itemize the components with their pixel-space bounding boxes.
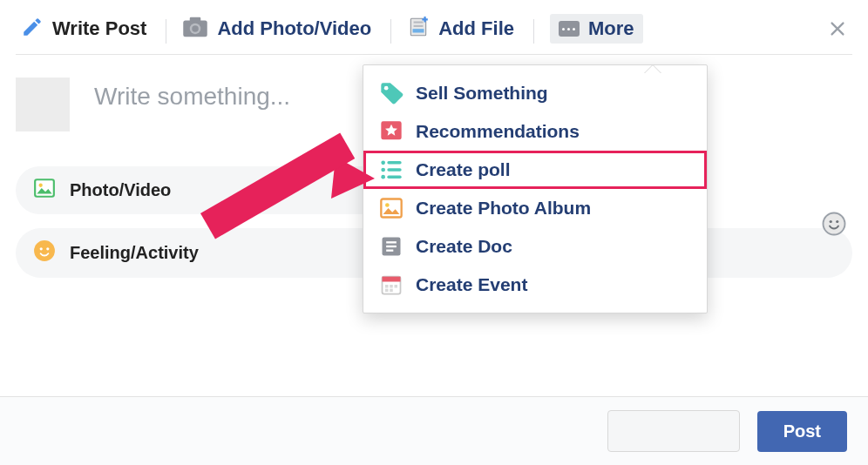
post-button[interactable]: Post <box>757 411 847 452</box>
svg-rect-11 <box>35 179 54 197</box>
svg-rect-6 <box>414 22 424 24</box>
svg-rect-33 <box>385 285 389 288</box>
tab-label: Write Post <box>52 17 146 40</box>
composer-footer: Post <box>0 396 868 465</box>
menu-label: Create Doc <box>416 236 512 257</box>
svg-rect-25 <box>381 199 401 218</box>
menu-item-recommendations[interactable]: Recommendations <box>363 112 707 151</box>
file-add-icon <box>407 16 430 42</box>
chip-label: Feeling/Activity <box>70 243 199 263</box>
svg-point-15 <box>46 247 49 250</box>
svg-rect-7 <box>414 25 424 27</box>
svg-rect-35 <box>395 285 398 288</box>
menu-item-create-event[interactable]: Create Event <box>363 266 707 304</box>
close-button[interactable] <box>828 19 847 42</box>
svg-point-21 <box>381 168 385 172</box>
tab-label: More <box>588 17 634 40</box>
chip-label: Photo/Video <box>70 180 171 200</box>
star-badge-icon <box>379 119 403 144</box>
menu-label: Create Event <box>416 274 527 295</box>
menu-label: Create poll <box>416 159 511 180</box>
svg-point-3 <box>193 25 200 32</box>
menu-item-create-album[interactable]: Create Photo Album <box>363 189 707 227</box>
photo-icon <box>33 177 56 204</box>
camera-icon <box>182 16 208 42</box>
feeling-icon <box>33 239 56 266</box>
compose-input[interactable]: Write something... <box>94 83 290 111</box>
svg-rect-32 <box>383 277 401 282</box>
svg-point-26 <box>385 203 390 207</box>
emoji-picker-button[interactable] <box>821 211 847 240</box>
svg-point-19 <box>381 161 385 165</box>
more-dropdown: Sell Something Recommendations Create po… <box>363 64 708 313</box>
svg-rect-30 <box>386 250 393 252</box>
svg-rect-22 <box>387 168 401 172</box>
pencil-icon <box>21 16 44 42</box>
svg-point-12 <box>39 184 43 187</box>
svg-point-8 <box>824 213 845 235</box>
poll-list-icon <box>379 158 403 182</box>
svg-point-23 <box>381 175 385 179</box>
svg-rect-37 <box>390 289 393 293</box>
tab-label: Add Photo/Video <box>217 17 371 40</box>
svg-point-10 <box>836 220 838 223</box>
doc-icon <box>379 234 403 259</box>
menu-label: Create Photo Album <box>416 198 591 219</box>
tab-label: Add File <box>438 17 514 40</box>
svg-rect-5 <box>413 29 424 32</box>
svg-rect-1 <box>190 17 201 23</box>
menu-label: Sell Something <box>416 83 548 104</box>
privacy-selector[interactable] <box>607 410 740 452</box>
svg-rect-29 <box>386 246 397 247</box>
composer-tabs: Write Post Add Photo/Video Add File More <box>0 0 868 54</box>
menu-item-sell[interactable]: Sell Something <box>363 74 707 112</box>
svg-rect-24 <box>387 175 401 179</box>
svg-rect-28 <box>386 241 397 243</box>
svg-rect-34 <box>390 285 393 288</box>
svg-point-13 <box>34 240 55 261</box>
svg-point-14 <box>40 247 43 250</box>
svg-point-9 <box>830 220 832 223</box>
divider <box>390 19 391 44</box>
svg-rect-20 <box>387 161 401 165</box>
tab-more[interactable]: More <box>545 9 652 54</box>
menu-label: Recommendations <box>416 121 580 142</box>
tag-icon <box>379 81 403 105</box>
avatar <box>16 78 70 131</box>
tab-add-file[interactable]: Add File <box>402 10 523 52</box>
more-button: More <box>550 14 643 44</box>
tab-add-photo[interactable]: Add Photo/Video <box>177 10 380 52</box>
tab-write-post[interactable]: Write Post <box>16 10 155 52</box>
menu-item-create-poll[interactable]: Create poll <box>363 151 707 189</box>
ellipsis-icon <box>559 21 580 37</box>
svg-point-17 <box>384 86 389 91</box>
divider <box>166 19 166 44</box>
menu-item-create-doc[interactable]: Create Doc <box>363 227 707 266</box>
divider <box>533 19 534 44</box>
svg-rect-36 <box>385 289 389 293</box>
album-icon <box>379 196 403 220</box>
calendar-icon <box>379 273 403 297</box>
